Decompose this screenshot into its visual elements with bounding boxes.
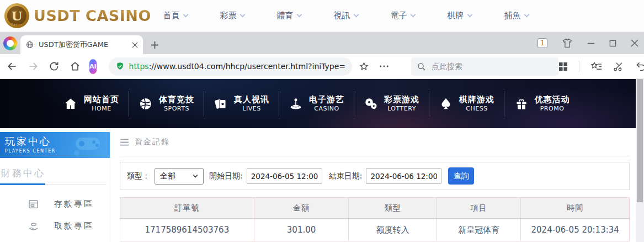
nav-sports[interactable]: 体育竞技SPORTS — [129, 91, 204, 117]
site-nav-chess[interactable]: 棋牌 — [431, 10, 488, 21]
sidebar-item-withdraw[interactable]: 取款專區 — [0, 215, 110, 237]
screenshot-scissors-icon[interactable] — [613, 61, 624, 72]
site-nav-fishing[interactable]: 捕魚 — [488, 10, 545, 21]
more-options-icon[interactable] — [379, 65, 389, 68]
browser-tabstrip: USDT加密货币GAME 1 — [0, 32, 644, 54]
select-chevron-icon — [193, 174, 198, 178]
site-nav: 首頁 彩票 體育 視訊 電子 棋牌 捕魚 — [147, 10, 545, 21]
site-nav-sports[interactable]: 體育 — [260, 10, 317, 21]
nav-zh-label: 体育竞技 — [159, 94, 194, 106]
nav-en-label: SPORTS — [164, 105, 189, 113]
minimize-button[interactable] — [587, 39, 595, 47]
nav-home[interactable]: 网站首页HOME — [54, 91, 129, 117]
end-date-label: 結束日期: — [329, 171, 363, 181]
site-title: USDT CASINO — [34, 7, 151, 24]
search-input[interactable] — [432, 62, 553, 71]
cell-order-number: 1717589614503763 — [120, 219, 254, 241]
start-date-input[interactable] — [247, 168, 322, 184]
logo-letter: U — [11, 9, 22, 22]
url-text: https://www.usdt04.com/hhcp/usercenter.h… — [129, 62, 345, 71]
sidebar: 玩家中心 PLAYERS CENTER 財務中心 存款專區 取款專區 充值記錄 — [0, 128, 110, 242]
content-header: 資金記錄 — [120, 128, 630, 156]
cell-time: 2024-06-05 20:13:34 — [521, 219, 630, 241]
gift-icon — [514, 97, 529, 111]
finance-section-title: 財務中心 — [1, 167, 110, 180]
cell-amount: 301.00 — [254, 219, 349, 241]
site-nav-home[interactable]: 首頁 — [147, 10, 204, 21]
chevron-down-icon — [410, 12, 416, 18]
nav-zh-label: 真人视讯 — [234, 94, 269, 106]
nav-lottery-games[interactable]: 彩票游戏LOTTERY — [354, 91, 429, 117]
end-date-input[interactable] — [366, 168, 441, 184]
nav-electronic-games[interactable]: 电子游艺CASINO — [279, 91, 354, 117]
browser-tab[interactable]: USDT加密货币GAME — [20, 35, 143, 54]
page-scrollbar[interactable] — [636, 79, 644, 242]
start-date-label: 開始日期: — [209, 171, 243, 181]
nav-en-label: HOME — [92, 105, 111, 113]
sidebar-item-recharge-record[interactable]: 充值記錄 — [0, 237, 110, 242]
chevron-down-icon — [296, 12, 302, 18]
new-tab-button[interactable] — [151, 41, 159, 49]
col-project: 項目 — [437, 198, 521, 219]
forward-button[interactable] — [28, 61, 39, 72]
funds-record-table: 訂單號 金額 類型 項目 時間 1717589614503763 301.00 … — [120, 197, 630, 241]
maximize-button[interactable] — [609, 40, 616, 47]
browser-logo-icon[interactable] — [3, 36, 17, 50]
chevron-down-icon — [239, 12, 245, 18]
col-type: 類型 — [349, 198, 437, 219]
search-box[interactable] — [411, 57, 558, 76]
browser-skin-icon[interactable] — [562, 38, 573, 48]
site-nav-lottery[interactable]: 彩票 — [204, 10, 260, 21]
nav-live-casino[interactable]: 真人视讯LIVES — [204, 91, 279, 117]
site-logo[interactable]: U Casino USDT CASINO — [0, 3, 135, 28]
nav-chess-games[interactable]: 棋牌游戏CHESS — [429, 91, 504, 117]
home-icon — [63, 97, 78, 111]
nav-label: 電子 — [391, 10, 407, 21]
toolbar-divider — [579, 61, 579, 72]
type-select-value: 全部 — [160, 171, 175, 181]
bookmark-star-icon[interactable] — [359, 61, 369, 72]
back-button[interactable] — [7, 61, 18, 72]
tab-count-badge[interactable]: 1 — [537, 38, 547, 48]
favorites-list-icon[interactable] — [590, 61, 602, 72]
sidebar-menu: 存款專區 取款專區 充值記錄 — [0, 193, 110, 242]
undo-restore-icon[interactable] — [635, 61, 644, 71]
nav-promotions[interactable]: 优惠活动PROMO — [504, 91, 579, 117]
reload-button[interactable] — [49, 61, 60, 72]
deposit-icon — [28, 198, 39, 210]
close-window-button[interactable] — [631, 39, 638, 47]
nav-label: 體育 — [277, 10, 294, 21]
col-time: 時間 — [521, 198, 630, 219]
gamepad-decor-icon — [68, 134, 107, 156]
type-select[interactable]: 全部 — [155, 168, 204, 185]
nav-label: 首頁 — [163, 10, 180, 21]
ai-assistant-button[interactable]: AI — [89, 59, 97, 74]
sidebar-item-deposit[interactable]: 存款專區 — [0, 193, 110, 215]
withdraw-icon — [28, 220, 39, 232]
page: U Casino USDT CASINO 首頁 彩票 體育 視訊 電子 棋牌 捕… — [0, 0, 644, 242]
type-label: 類型： — [127, 171, 150, 181]
apps-grid-icon[interactable] — [558, 62, 568, 71]
tab-close-icon[interactable] — [132, 42, 138, 48]
page-title: 資金記錄 — [135, 137, 170, 147]
url-scheme: https — [129, 62, 149, 71]
nav-zh-label: 电子游艺 — [309, 94, 344, 106]
nav-en-label: CASINO — [314, 105, 339, 113]
scrollbar-thumb[interactable] — [637, 79, 643, 202]
home-button[interactable] — [70, 61, 81, 72]
nav-zh-label: 网站首页 — [84, 94, 119, 106]
chevron-down-icon — [467, 12, 472, 18]
cell-project: 新皇冠体育 — [437, 219, 521, 241]
nav-zh-label: 彩票游戏 — [384, 94, 419, 106]
chevron-down-icon — [353, 12, 359, 18]
site-nav-video[interactable]: 視訊 — [317, 10, 374, 21]
game-category-nav: 网站首页HOME 体育竞技SPORTS 真人视讯LIVES 电子游艺CASINO… — [0, 79, 644, 128]
site-nav-egames[interactable]: 電子 — [374, 10, 431, 21]
query-button[interactable]: 查詢 — [448, 167, 474, 185]
nav-en-label: PROMO — [540, 105, 565, 113]
table-row: 1717589614503763 301.00 额度转入 新皇冠体育 2024-… — [120, 219, 630, 241]
search-icon — [417, 62, 426, 71]
address-bar[interactable]: https://www.usdt04.com/hhcp/usercenter.h… — [109, 57, 352, 76]
chevron-down-icon — [183, 12, 188, 18]
sidebar-item-label: 存款專區 — [54, 199, 94, 209]
